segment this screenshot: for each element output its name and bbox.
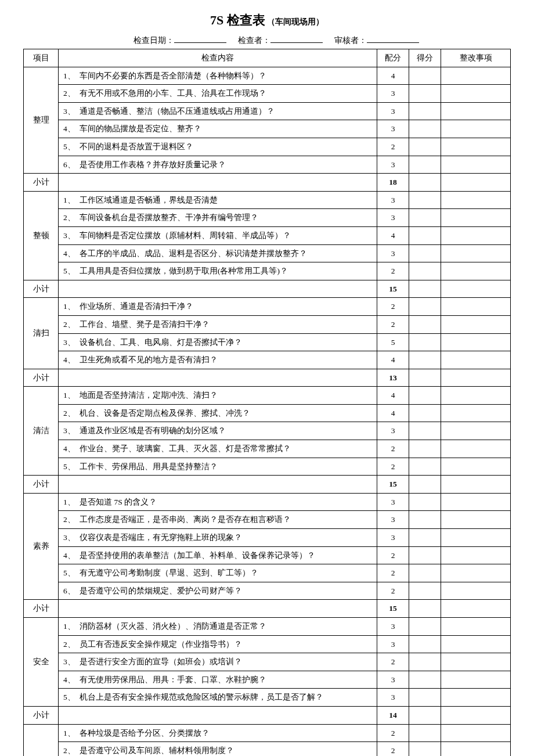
item-number: 1、 (63, 389, 80, 402)
item-number: 4、 (63, 354, 80, 366)
score-cell (409, 618, 441, 636)
score-cell (409, 724, 441, 742)
score-cell (409, 404, 441, 422)
item-text: 通道是否畅通、整洁（物品不压通道线或占用通道）？ (80, 107, 275, 116)
item-number: 2、 (63, 407, 80, 420)
item-number: 1、 (63, 70, 80, 82)
item-text: 各工序的半成品、成品、退料是否区分、标识清楚并摆放整齐？ (80, 249, 307, 258)
correction-cell (441, 582, 511, 600)
score-cell (409, 564, 441, 582)
table-row: 5、不同的退料是否放置于退料区？2 (24, 138, 511, 156)
meta-date-blank (174, 35, 226, 43)
meta-row: 检查日期： 检查者： 审核者： (23, 35, 511, 46)
item-text: 设备机台、工具、电风扇、灯是否擦拭干净？ (80, 338, 242, 347)
item-number: 4、 (63, 549, 80, 562)
allocated-cell: 3 (377, 156, 409, 174)
item-number: 1、 (63, 727, 80, 740)
item-text: 是否使用工作表格？并存放好质量记录？ (80, 160, 226, 169)
item-number: 2、 (63, 638, 80, 651)
item-number: 1、 (63, 300, 80, 313)
table-row: 2、工作态度是否端正，是否串岗、离岗？是否存在粗言秽语？3 (24, 511, 511, 529)
table-row: 4、有无使用劳保用品、用具：手套、口罩、水鞋护腕？3 (24, 671, 511, 689)
allocated-cell: 3 (377, 529, 409, 547)
item-text: 有无不用或不急用的小车、工具、治具在工作现场？ (80, 89, 266, 98)
content-cell: 2、员工有否违反安全操作规定（作业指导书）？ (59, 635, 377, 653)
subtotal-row: 小计15 (24, 280, 511, 298)
subtotal-correction (441, 280, 511, 298)
allocated-cell: 3 (377, 209, 409, 227)
allocated-cell: 4 (377, 67, 409, 85)
item-text: 仪容仪表是否端庄，有无穿拖鞋上班的现象？ (80, 533, 242, 542)
table-row: 5、有无遵守公司考勤制度（早退、迟到、旷工等）？2 (24, 564, 511, 582)
item-number: 1、 (63, 194, 80, 207)
score-cell (409, 582, 441, 600)
item-text: 工作区域通道是否畅通，界线是否清楚 (80, 196, 218, 204)
subtotal-score (409, 706, 441, 724)
category-cell: 整顿 (24, 191, 59, 280)
title-main: 7S 检查表 (210, 13, 265, 27)
table-row: 4、作业台、凳子、玻璃窗、工具、灭火器、灯是否常常擦拭？2 (24, 440, 511, 458)
item-number: 5、 (63, 567, 80, 579)
score-cell (409, 440, 441, 458)
item-number: 4、 (63, 123, 80, 135)
content-cell: 4、车间的物品摆放是否定位、整齐？ (59, 120, 377, 138)
table-row: 2、机台、设备是否定期点检及保养、擦拭、冲洗？4 (24, 404, 511, 422)
header-content: 检查内容 (59, 49, 377, 67)
score-cell (409, 689, 441, 707)
item-number: 2、 (63, 744, 80, 756)
correction-cell (441, 458, 511, 476)
score-cell (409, 742, 441, 756)
item-number: 3、 (63, 229, 80, 242)
item-text: 作业台、凳子、玻璃窗、工具、灭火器、灯是否常常擦拭？ (80, 444, 291, 453)
table-row: 整理1、车间内不必要的东西是否全部清楚（各种物料等）？4 (24, 67, 511, 85)
allocated-cell: 2 (377, 742, 409, 756)
subtotal-label: 小计 (24, 174, 59, 192)
subtotal-label: 小计 (24, 280, 59, 298)
score-cell (409, 671, 441, 689)
item-text: 是否进行安全方面的宣导（如班会）或培训？ (80, 657, 242, 666)
content-cell: 3、是否进行安全方面的宣导（如班会）或培训？ (59, 653, 377, 671)
item-number: 1、 (63, 496, 80, 509)
correction-cell (441, 511, 511, 529)
content-cell: 3、车间物料是否定位摆放（原辅材料、周转箱、半成品等）？ (59, 226, 377, 244)
correction-cell (441, 298, 511, 316)
correction-cell (441, 67, 511, 85)
correction-cell (441, 742, 511, 756)
subtotal-value: 15 (377, 476, 409, 494)
correction-cell (441, 226, 511, 244)
subtotal-value: 15 (377, 600, 409, 618)
item-number: 6、 (63, 585, 80, 597)
allocated-cell: 4 (377, 404, 409, 422)
correction-cell (441, 618, 511, 636)
content-cell: 1、消防器材（灭火器、消火栓）、消防通道是否正常？ (59, 618, 377, 636)
allocated-cell: 2 (377, 298, 409, 316)
content-cell: 3、仪容仪表是否端庄，有无穿拖鞋上班的现象？ (59, 529, 377, 547)
item-text: 卫生死角或看不见的地方是否有清扫？ (80, 355, 218, 364)
allocated-cell: 2 (377, 138, 409, 156)
item-text: 机台上是否有安全操作规范或危险区域的警示标牌，员工是否了解？ (80, 693, 323, 701)
score-cell (409, 298, 441, 316)
score-cell (409, 493, 441, 511)
subtotal-value: 15 (377, 280, 409, 298)
content-cell: 5、不同的退料是否放置于退料区？ (59, 138, 377, 156)
content-cell: 3、通道是否畅通、整洁（物品不压通道线或占用通道）？ (59, 102, 377, 120)
content-cell: 1、是否知道 7S 的含义？ (59, 493, 377, 511)
content-cell: 2、车间设备机台是否摆放整齐、干净并有编号管理？ (59, 209, 377, 227)
subtotal-empty (59, 706, 377, 724)
allocated-cell: 3 (377, 635, 409, 653)
item-number: 2、 (63, 211, 80, 224)
table-row: 清洁1、地面是否坚持清洁，定期冲洗、清扫？4 (24, 387, 511, 405)
meta-reviewer: 审核者： (334, 35, 419, 46)
allocated-cell: 2 (377, 315, 409, 333)
item-number: 5、 (63, 691, 80, 704)
category-cell: 素养 (24, 493, 59, 600)
meta-date-label: 检查日期： (134, 35, 174, 46)
content-cell: 2、有无不用或不急用的小车、工具、治具在工作现场？ (59, 85, 377, 103)
subtotal-correction (441, 369, 511, 387)
item-text: 是否遵守公司的禁烟规定、爱护公司财产等？ (80, 586, 242, 595)
checklist-table: 项目 检查内容 配分 得分 整改事项 整理1、车间内不必要的东西是否全部清楚（各… (23, 49, 511, 756)
content-cell: 5、机台上是否有安全操作规范或危险区域的警示标牌，员工是否了解？ (59, 689, 377, 707)
item-text: 是否知道 7S 的含义？ (80, 498, 157, 506)
allocated-cell: 3 (377, 671, 409, 689)
score-cell (409, 244, 441, 262)
